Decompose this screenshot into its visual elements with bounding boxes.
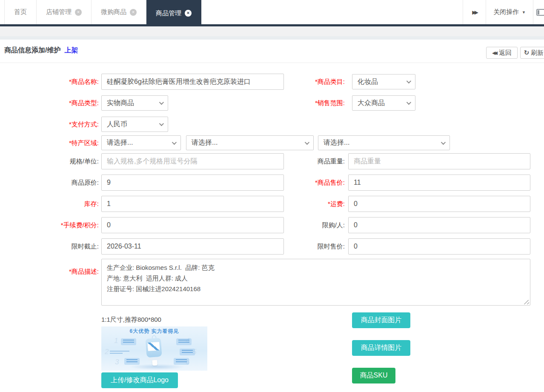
gray-band (0, 26, 544, 36)
purchase-limit-input[interactable] (348, 217, 530, 233)
close-operations-dropdown[interactable]: 关闭操作 ▼ (486, 0, 533, 24)
status-link-onsale[interactable]: 上架 (64, 46, 78, 54)
spec-label: 规格/单位: (0, 153, 99, 169)
scroll-tabs-forward-icon[interactable]: ▶▶ (463, 0, 486, 24)
limited-price-input[interactable] (348, 238, 530, 255)
stock-label: 库存: (0, 196, 99, 212)
product-name-label: *商品名称: (0, 74, 99, 90)
weight-label: 商品重量: (246, 153, 345, 169)
textarea-resize-handle[interactable] (524, 299, 529, 304)
tab-label: 微购商品 (101, 8, 126, 16)
product-image-heading: 6大优势 实力看得见 (101, 328, 207, 335)
fee-points-label: *手续费/积分: (0, 217, 99, 233)
chevron-down-icon (159, 121, 164, 126)
limited-price-label: 限时售价: (246, 238, 345, 255)
category-select-value: 化妆品 (358, 77, 378, 86)
light-strip (0, 36, 544, 40)
chevron-down-icon (159, 100, 164, 105)
original-price-label: 商品原价: (0, 175, 99, 191)
sale-range-label: *销售范围: (246, 95, 345, 111)
shipping-fee-label: *运费: (246, 196, 345, 212)
tab-micro-goods[interactable]: 微购商品 × (92, 0, 146, 24)
feature-bubble (180, 349, 195, 355)
chevron-down-icon (172, 140, 177, 144)
sale-price-input[interactable] (348, 175, 530, 191)
payment-select[interactable]: 人民币 (101, 117, 168, 132)
title-divider (0, 63, 544, 63)
region-select-province[interactable]: 请选择... (101, 135, 181, 150)
weight-input[interactable] (348, 153, 530, 169)
product-edit-page: 首页 店铺管理 × 微购商品 × 商品管理 × ▶▶ 关闭操作 ▼ (0, 0, 544, 392)
tabbar-right-controls: ▶▶ 关闭操作 ▼ (463, 0, 544, 24)
close-tab-icon[interactable]: × (75, 9, 82, 16)
region-select-province-value: 请选择... (107, 138, 133, 147)
sale-range-select[interactable]: 大众商品 (352, 95, 415, 111)
decor-number: 1 (114, 337, 118, 345)
tab-label: 首页 (14, 8, 27, 16)
close-tab-icon[interactable]: × (130, 9, 137, 16)
detail-image-button[interactable]: 商品详情图片 (352, 340, 410, 356)
region-select-city[interactable]: 请选择... (186, 135, 314, 150)
close-operations-label: 关闭操作 (493, 8, 519, 16)
tab-label: 商品管理 (156, 9, 181, 17)
description-label: *商品描述: (0, 266, 99, 278)
product-type-select-value: 实物商品 (107, 99, 134, 108)
tab-bar: 首页 店铺管理 × 微购商品 × 商品管理 × ▶▶ 关闭操作 ▼ (0, 0, 544, 26)
caret-down-icon: ▼ (522, 10, 526, 14)
chevron-down-icon (407, 100, 411, 105)
region-select-city-value: 请选择... (192, 138, 218, 147)
page-title-text: 商品信息添加/维护 (4, 46, 60, 54)
feature-bubble (121, 338, 136, 345)
chevron-down-icon (305, 140, 309, 144)
sale-price-label: *商品售价: (246, 175, 345, 191)
region-label: *特产区域: (0, 135, 99, 151)
back-button-label: 返回 (499, 49, 512, 57)
payment-label: *支付方式: (0, 116, 99, 132)
product-type-select[interactable]: 实物商品 (101, 95, 168, 111)
decor-number: 3 (115, 358, 119, 366)
chevron-down-icon (441, 140, 446, 144)
sidebar-toggle-icon (536, 9, 544, 16)
feature-bubble (176, 338, 192, 345)
product-type-label: *商品类型: (0, 95, 99, 111)
shipping-fee-input[interactable] (348, 196, 530, 212)
tab-list: 首页 店铺管理 × 微购商品 × 商品管理 × (4, 0, 201, 24)
refresh-button[interactable]: ↻ 刷新 (520, 47, 544, 59)
region-select-district-value: 请选择... (324, 138, 349, 147)
payment-select-value: 人民币 (107, 120, 127, 129)
upload-logo-button[interactable]: 上传/修改商品Logo (101, 372, 178, 388)
category-select[interactable]: 化妆品 (352, 74, 415, 89)
sale-range-select-value: 大众商品 (358, 99, 385, 108)
feature-text (110, 349, 129, 354)
gel-tube-graphic (143, 338, 166, 368)
tab-product-management[interactable]: 商品管理 × (146, 0, 201, 26)
back-icon: ◀◀ (492, 50, 496, 56)
close-tab-icon[interactable]: × (185, 10, 192, 17)
window-toggle-button[interactable] (533, 0, 544, 24)
cover-image-button[interactable]: 商品封面图片 (352, 312, 410, 328)
tab-shop-management[interactable]: 店铺管理 × (37, 0, 92, 24)
purchase-limit-label: 限购/人: (246, 217, 345, 233)
description-textarea[interactable]: 生产企业: Biokosmes S.r.l. 品牌: 芭克 产地: 意大利 适用… (101, 259, 530, 306)
decor-number: 2 (105, 348, 109, 356)
region-select-district[interactable]: 请选择... (318, 135, 450, 150)
chevron-down-icon (407, 79, 411, 83)
refresh-button-label: 刷新 (531, 49, 544, 57)
tab-label: 店铺管理 (46, 8, 72, 16)
tab-home[interactable]: 首页 (4, 0, 37, 24)
refresh-icon: ↻ (524, 49, 530, 57)
image-size-hint: 1:1尺寸,推荐800*800 (101, 316, 161, 324)
back-button[interactable]: ◀◀ 返回 (486, 47, 518, 59)
product-logo-image: 6大优势 实力看得见 1 2 3 4 5 6 (101, 326, 207, 371)
sku-button[interactable]: 商品SKU (352, 368, 395, 383)
deadline-label: 限时截止: (0, 238, 99, 255)
page-title: 商品信息添加/维护上架 (4, 46, 78, 55)
category-label: *商品类目: (246, 74, 345, 90)
